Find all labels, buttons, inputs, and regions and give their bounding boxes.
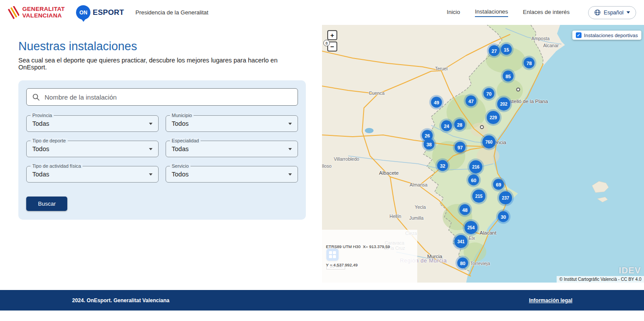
search-button[interactable]: Buscar <box>26 197 67 211</box>
cluster-marker[interactable]: 78 <box>524 58 535 69</box>
department-name: Presidencia de la Generalitat <box>135 9 208 16</box>
footer: 2024. OnEsport. Generalitat Valenciana I… <box>0 290 644 311</box>
cluster-marker[interactable]: 760 <box>482 135 495 148</box>
onesport-wordmark: ESPORT <box>93 8 124 17</box>
map-label: Hellín <box>390 214 402 219</box>
footer-copyright: 2024. OnEsport. Generalitat Valenciana <box>72 297 170 304</box>
filter-value: Todas <box>172 145 189 152</box>
filter-value: Todas <box>32 120 49 127</box>
cluster-marker[interactable]: 60 <box>468 175 479 186</box>
search-panel: ProvinciaTodasMunicipioTodosTipo de depo… <box>18 80 306 220</box>
map-label: Almansa <box>410 182 428 187</box>
cluster-marker[interactable]: 15 <box>501 44 512 55</box>
cluster-marker[interactable]: 237 <box>499 191 512 204</box>
nav-inicio[interactable]: Inicio <box>447 9 460 17</box>
filter-value: Todos <box>32 145 49 152</box>
zoom-in-button[interactable]: + <box>327 30 337 40</box>
onesport-logo[interactable]: ON ESPORT <box>76 5 124 20</box>
filter-especialidad[interactable]: EspecialidadTodas <box>166 141 298 157</box>
nav-instalaciones[interactable]: Instalaciones <box>475 8 508 17</box>
cluster-marker[interactable]: 254 <box>464 221 478 234</box>
language-selector[interactable]: Español <box>588 6 636 19</box>
chevron-down-icon <box>149 173 152 176</box>
filter-municipio[interactable]: MunicipioTodos <box>166 115 298 132</box>
filter-value: Todas <box>32 171 49 178</box>
idev-watermark: IDEV <box>619 266 641 276</box>
generalitat-logo[interactable]: GENERALITAT VALENCIANA <box>8 6 65 19</box>
map-label: Villarrobledo <box>334 156 359 162</box>
cluster-marker[interactable]: 38 <box>424 139 435 150</box>
facility-marker[interactable] <box>480 125 484 129</box>
zoom-level-badge: 8 <box>323 40 330 46</box>
filter-label: Servicio <box>170 163 190 169</box>
coordinates-readout: ETRS89 UTM H30 X= 913.379,59 Y = 4.537.9… <box>322 230 417 283</box>
map-label: Torrevieja <box>470 261 490 266</box>
chevron-down-icon <box>149 148 152 150</box>
map-label: Albacete <box>379 170 399 176</box>
cluster-marker[interactable]: 48 <box>460 204 471 215</box>
language-label: Español <box>604 10 623 16</box>
filters-grid: ProvinciaTodasMunicipioTodosTipo de depo… <box>26 115 298 183</box>
filter-provincia[interactable]: ProvinciaTodas <box>26 115 159 132</box>
globe-icon <box>594 9 601 16</box>
filter-servicio[interactable]: ServicioTodos <box>166 166 298 183</box>
chevron-down-icon <box>288 123 292 125</box>
cluster-marker[interactable]: 216 <box>469 160 482 173</box>
header-nav: InicioInstalacionesEnlaces de interés <box>447 8 570 17</box>
filter-label: Provincia <box>31 113 54 118</box>
coords-line1: ETRS89 UTM H30 X= 913.379,59 <box>326 244 413 250</box>
cluster-marker[interactable]: 30 <box>498 211 509 222</box>
map-label: Elx <box>469 235 475 241</box>
layer-toggle[interactable]: Instalaciones deportivas <box>572 31 641 40</box>
checkbox-icon[interactable] <box>576 32 582 38</box>
cluster-marker[interactable]: 97 <box>455 142 466 153</box>
map-label: Cuenca <box>369 90 384 96</box>
chevron-down-icon <box>149 123 152 125</box>
cluster-marker[interactable]: 202 <box>497 97 510 110</box>
map-label: Yecla <box>415 204 426 210</box>
cluster-marker[interactable]: 32 <box>437 160 448 171</box>
cluster-marker[interactable]: 49 <box>431 97 442 108</box>
map-label: Alcanar <box>543 43 559 48</box>
cluster-marker[interactable]: 80 <box>457 258 468 269</box>
search-icon <box>32 93 40 101</box>
search-input[interactable] <box>45 93 292 101</box>
page-subtitle: Sea cual sea el deporte que quieres prac… <box>18 57 306 71</box>
map-label: Teruel <box>435 66 448 71</box>
cluster-marker[interactable]: 85 <box>503 71 514 82</box>
gv-logo-line2: VALENCIANA <box>22 13 65 19</box>
page-title: Nuestras instalaciones <box>18 40 306 53</box>
filter-tipo-de-deporte[interactable]: Tipo de deporteTodos <box>26 141 159 157</box>
filter-label: Tipo de actividad física <box>31 163 83 169</box>
zoom-control: + − 8 <box>327 30 337 52</box>
cluster-marker[interactable]: 24 <box>441 121 452 131</box>
coords-line2: Y = 4.537.992,49 <box>326 262 413 268</box>
map-label: Murcia <box>427 254 443 259</box>
filter-label: Municipio <box>170 113 194 118</box>
filter-tipo-de-actividad-fisica[interactable]: Tipo de actividad físicaTodas <box>26 166 159 183</box>
facility-marker[interactable] <box>516 88 520 92</box>
search-box <box>26 88 298 106</box>
cluster-marker[interactable]: 27 <box>489 45 500 56</box>
legal-link[interactable]: Información legal <box>529 297 572 304</box>
map-label: Jumilla <box>409 215 424 221</box>
map-label: Amposta <box>531 36 549 41</box>
filter-label: Tipo de deporte <box>31 138 68 143</box>
gv-crest-icon <box>8 6 19 19</box>
map-label: alloso <box>322 163 332 169</box>
map-label: Alacant <box>480 230 496 236</box>
cluster-marker[interactable]: 70 <box>484 88 495 99</box>
cluster-marker[interactable]: 47 <box>466 96 477 107</box>
cluster-marker[interactable]: 215 <box>472 190 485 203</box>
header: GENERALITAT VALENCIANA ON ESPORT Preside… <box>0 0 644 25</box>
gv-logo-line1: GENERALITAT <box>22 6 65 13</box>
chevron-down-icon <box>288 173 292 176</box>
layer-toggle-label: Instalaciones deportivas <box>584 33 638 38</box>
cluster-marker[interactable]: 341 <box>454 235 467 248</box>
cluster-marker[interactable]: 229 <box>487 111 500 124</box>
cluster-marker[interactable]: 28 <box>454 119 465 130</box>
filter-label: Especialidad <box>170 138 201 143</box>
nav-enlaces-de-interes[interactable]: Enlaces de interés <box>523 9 570 17</box>
map[interactable]: 2715788570472024922924282638977603221660… <box>322 25 644 283</box>
cluster-marker[interactable]: 69 <box>493 179 504 190</box>
